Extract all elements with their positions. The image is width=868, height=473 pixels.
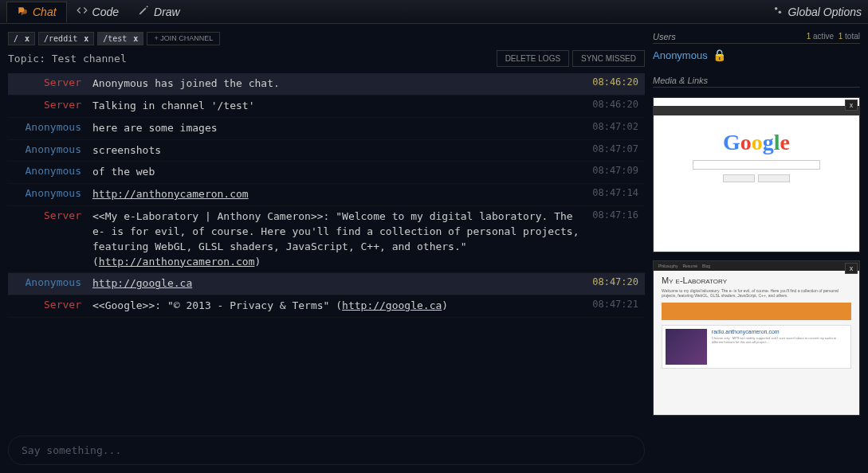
- chat-message: ServerAnonymous has joined the chat.08:4…: [8, 73, 645, 96]
- message-body: screenshots: [92, 143, 584, 158]
- global-options-label: Global Options: [787, 6, 862, 18]
- message-body: http://anthonycameron.com: [92, 187, 584, 202]
- code-icon: [77, 5, 88, 18]
- sync-missed-button[interactable]: SYNC MISSED: [572, 50, 645, 67]
- message-link[interactable]: http://google.ca: [342, 299, 442, 311]
- tab-code-label: Code: [92, 6, 119, 18]
- message-time: 08:47:20: [584, 276, 638, 291]
- message-time: 08:47:14: [584, 187, 638, 202]
- lock-icon: 🔒: [713, 49, 726, 61]
- message-body: of the web: [92, 165, 584, 180]
- channel-name: /: [14, 34, 18, 43]
- tab-chat[interactable]: Chat: [6, 2, 67, 22]
- channel-topic: Topic: Test channel: [8, 53, 127, 64]
- media-thumbnail[interactable]: xPhilosophyResuméBlogMy e-LaboratoryWelc…: [653, 260, 860, 416]
- media-thumbnail[interactable]: xGooglex: [653, 97, 860, 252]
- media-header: Media & Links: [653, 76, 860, 88]
- channel-tab[interactable]: /x: [8, 32, 35, 45]
- top-nav: Chat Code Draw Global Options: [0, 0, 868, 24]
- join-channel-button[interactable]: + JOIN CHANNEL: [147, 32, 220, 45]
- message-input[interactable]: Say something...: [8, 436, 645, 465]
- message-time: 08:46:20: [584, 99, 638, 114]
- channel-tabs: /x/redditx/testx+ JOIN CHANNEL: [8, 32, 645, 45]
- user-list: Anonymous🔒: [653, 44, 860, 66]
- message-time: 08:47:02: [584, 121, 638, 136]
- message-link[interactable]: http://google.ca: [92, 277, 192, 289]
- chat-icon: [17, 6, 28, 19]
- global-options[interactable]: Global Options: [772, 5, 862, 18]
- chat-log: ServerAnonymous has joined the chat.08:4…: [8, 73, 645, 428]
- message-link[interactable]: http://anthonycameron.com: [99, 256, 255, 268]
- chat-message: Server<<My e-Laboratory | Anthony Camero…: [8, 206, 645, 273]
- message-nick: Server: [14, 99, 92, 114]
- message-nick: Anonymous: [14, 276, 92, 291]
- message-link[interactable]: http://anthonycameron.com: [92, 188, 249, 200]
- message-nick: Server: [14, 299, 92, 314]
- channel-tab[interactable]: /redditx: [38, 32, 94, 45]
- chat-message: Anonymoushttp://anthonycameron.com08:47:…: [8, 184, 645, 206]
- message-time: 08:46:20: [584, 76, 638, 92]
- channel-tab[interactable]: /testx: [97, 32, 143, 45]
- svg-point-1: [779, 11, 782, 14]
- message-body: http://google.ca: [92, 276, 584, 291]
- close-icon[interactable]: x: [133, 34, 138, 43]
- channel-name: /test: [103, 34, 127, 43]
- message-nick: Anonymous: [14, 165, 92, 180]
- svg-point-0: [775, 7, 778, 10]
- tab-chat-label: Chat: [33, 6, 57, 18]
- message-body: Talking in channel '/test': [92, 99, 584, 114]
- tab-code[interactable]: Code: [67, 2, 128, 22]
- user-entry[interactable]: Anonymous🔒: [653, 49, 860, 61]
- message-body: <<My e-Laboratory | Anthony Cameron>>: "…: [92, 209, 584, 269]
- message-nick: Anonymous: [14, 121, 92, 136]
- chat-message: Anonymoushttp://google.ca08:47:20: [8, 273, 645, 295]
- chat-message: Anonymousof the web08:47:09: [8, 162, 645, 184]
- close-icon[interactable]: x: [84, 34, 88, 43]
- chat-message: Anonymousscreenshots08:47:07: [8, 140, 645, 162]
- close-icon[interactable]: x: [845, 100, 858, 111]
- tab-draw-label: Draw: [154, 6, 180, 18]
- media-thumbnails: xGooglexxPhilosophyResuméBlogMy e-Labora…: [653, 97, 860, 465]
- message-nick: Anonymous: [14, 187, 92, 202]
- message-time: 08:47:09: [584, 165, 638, 180]
- delete-logs-button[interactable]: DELETE LOGS: [497, 50, 569, 67]
- gears-icon: [772, 5, 784, 18]
- chat-message: Server<<Google>>: "© 2013 - Privacy & Te…: [8, 295, 645, 318]
- message-body: <<Google>>: "© 2013 - Privacy & Terms" (…: [92, 299, 584, 314]
- chat-message: Anonymoushere are some images08:47:02: [8, 118, 645, 140]
- message-nick: Anonymous: [14, 143, 92, 158]
- chat-message: ServerTalking in channel '/test'08:46:20: [8, 96, 645, 118]
- pencil-icon: [138, 5, 149, 18]
- message-body: here are some images: [92, 121, 584, 136]
- message-body: Anonymous has joined the chat.: [92, 76, 584, 92]
- message-time: 08:47:07: [584, 143, 638, 158]
- channel-name: /reddit: [44, 34, 77, 43]
- user-name: Anonymous: [653, 49, 708, 61]
- close-icon[interactable]: x: [25, 34, 29, 43]
- message-time: 08:47:16: [584, 209, 638, 269]
- user-counts: 1 active 1 total: [807, 32, 860, 41]
- close-icon[interactable]: x: [845, 263, 858, 274]
- tab-draw[interactable]: Draw: [128, 2, 190, 22]
- message-time: 08:47:21: [584, 299, 638, 314]
- users-header: Users 1 active 1 total: [653, 32, 860, 44]
- message-nick: Server: [14, 76, 92, 92]
- message-nick: Server: [14, 209, 92, 269]
